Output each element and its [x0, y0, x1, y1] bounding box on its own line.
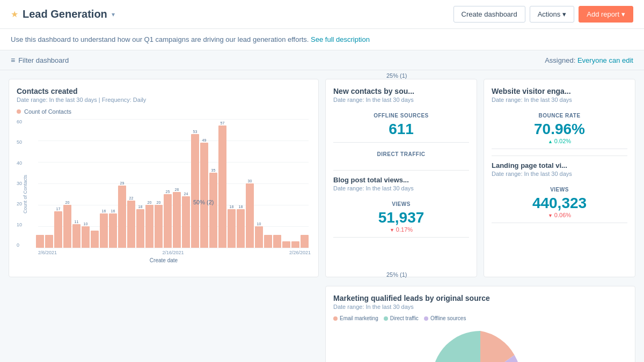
bar-fill	[54, 211, 62, 248]
bar-fill	[301, 235, 309, 248]
landing-views-label: VIEWS	[550, 187, 569, 193]
bar-item: 22	[127, 119, 135, 248]
blog-post-subcard: Blog post total views... Date range: In …	[333, 170, 469, 238]
actions-button[interactable]: Actions ▾	[530, 6, 575, 23]
bar-value-label: 10	[257, 222, 261, 226]
bar-item: 25	[164, 119, 172, 248]
landing-views-section: VIEWS 440,323 0.06%	[492, 182, 627, 223]
delta-up-icon	[548, 138, 553, 144]
bar-value-label: 57	[221, 121, 225, 125]
bar-chart: Count of Contacts 60 50 40 30 20 10	[17, 119, 311, 269]
bar-fill	[36, 235, 44, 248]
bar-fill	[127, 201, 135, 248]
bar-item: 18	[228, 119, 236, 248]
bar-item: 53	[191, 119, 199, 248]
blog-post-subtitle: Date range: In the last 30 days	[333, 185, 469, 191]
offline-label: OFFLINE SOURCES	[374, 113, 429, 119]
new-contacts-card: New contacts by sou... Date range: In th…	[325, 79, 477, 277]
bar-item	[273, 119, 281, 248]
landing-views-value: 440,323	[532, 195, 587, 212]
bar-item: 30	[246, 119, 254, 248]
legend-dot	[17, 109, 21, 114]
bar-fill	[91, 231, 99, 248]
pie-legend: Email marketing Direct traffic Offline s…	[333, 315, 627, 321]
bar-item: 10	[82, 119, 90, 248]
delta-down-icon	[548, 212, 553, 218]
page-title: Lead Generation	[23, 8, 107, 20]
bar-fill	[273, 235, 281, 248]
see-full-description-link[interactable]: See full description	[311, 35, 370, 43]
bar-value-label: 26	[175, 188, 179, 191]
bar-value-label: 18	[230, 205, 234, 209]
add-report-button[interactable]: Add report ▾	[579, 6, 633, 23]
star-icon[interactable]: ★	[11, 9, 18, 19]
bounce-value: 70.96%	[534, 121, 585, 138]
landing-views-delta: 0.06%	[548, 212, 571, 218]
website-title: Website visitor enga...	[492, 87, 627, 95]
bar-value-label: 53	[193, 130, 197, 134]
bar-value-label: 16	[111, 209, 115, 213]
offline-sources-section: OFFLINE SOURCES 611	[333, 108, 469, 143]
new-contacts-title: New contacts by sou...	[333, 87, 469, 95]
bar-item: 17	[54, 119, 62, 248]
new-contacts-subtitle: Date range: In the last 30 days	[333, 97, 469, 103]
bar-value-label: 11	[75, 220, 79, 224]
bar-item: 10	[255, 119, 263, 248]
landing-subtitle: Date range: In the last 30 days	[492, 171, 627, 177]
filter-label: Filter dashboard	[18, 56, 69, 64]
header: ★ Lead Generation ▾ Create dashboard Act…	[0, 0, 644, 29]
create-dashboard-button[interactable]: Create dashboard	[453, 6, 525, 23]
bar-fill	[191, 134, 199, 248]
bounce-label: BOUNCE RATE	[538, 113, 580, 119]
legend-label: Count of Contacts	[24, 108, 71, 115]
bar-fill	[182, 196, 190, 248]
bar-item	[301, 119, 309, 248]
bar-value-label: 20	[65, 201, 70, 204]
contacts-created-card: Contacts created Date range: In the last…	[9, 79, 319, 277]
chart-legend: Count of Contacts	[17, 108, 311, 115]
bar-fill	[82, 226, 90, 248]
assigned-link[interactable]: Everyone can edit	[577, 56, 633, 64]
bar-value-label: 17	[56, 207, 61, 211]
chevron-icon[interactable]: ▾	[112, 11, 115, 18]
contacts-created-subtitle: Date range: In the last 30 days | Freque…	[17, 97, 311, 103]
mql-subtitle: Date range: In the last 30 days	[333, 304, 627, 310]
bar-item	[91, 119, 99, 248]
bar-item: 16	[100, 119, 108, 248]
bounce-delta: 0.02%	[548, 138, 571, 144]
assigned-prefix: Assigned:	[545, 56, 575, 64]
chart-footer: Create date	[17, 257, 311, 263]
contacts-created-title: Contacts created	[17, 87, 311, 95]
bar-fill	[155, 205, 163, 248]
add-report-chevron-icon: ▾	[621, 10, 625, 18]
bar-value-label: 35	[211, 168, 216, 172]
bar-fill	[136, 209, 144, 248]
bar-fill	[164, 194, 172, 248]
grid-line	[38, 248, 309, 248]
bar-item: 57	[218, 119, 226, 248]
blog-views-section: VIEWS 51,937 0.17%	[333, 197, 469, 238]
actions-label: Actions	[538, 10, 561, 18]
bar-fill	[173, 192, 181, 248]
bar-item	[45, 119, 53, 248]
website-card: Website visitor enga... Date range: In t…	[484, 79, 635, 277]
bar-value-label: 18	[239, 205, 243, 209]
website-subtitle: Date range: In the last 30 days	[492, 97, 627, 103]
header-right: Create dashboard Actions ▾ Add report ▾	[453, 6, 633, 23]
bar-value-label: 49	[202, 138, 207, 142]
pie-chart	[427, 326, 534, 362]
mql-title: Marketing qualified leads by original so…	[333, 294, 627, 302]
bar-item: 20	[63, 119, 71, 248]
bar-item	[291, 119, 299, 248]
bar-fill	[218, 125, 226, 248]
bar-value-label: 22	[129, 196, 134, 200]
bar-item: 18	[136, 119, 144, 248]
bar-value-label: 18	[138, 205, 143, 209]
filter-dashboard-button[interactable]: ≡ Filter dashboard	[11, 56, 69, 64]
bar-value-label: 25	[166, 190, 170, 194]
add-report-label: Add report	[587, 10, 619, 18]
bar-item	[36, 119, 44, 248]
spacer	[9, 286, 319, 362]
mql-row: Marketing qualified leads by original so…	[0, 286, 644, 362]
bounce-rate-section: BOUNCE RATE 70.96% 0.02%	[492, 108, 627, 149]
